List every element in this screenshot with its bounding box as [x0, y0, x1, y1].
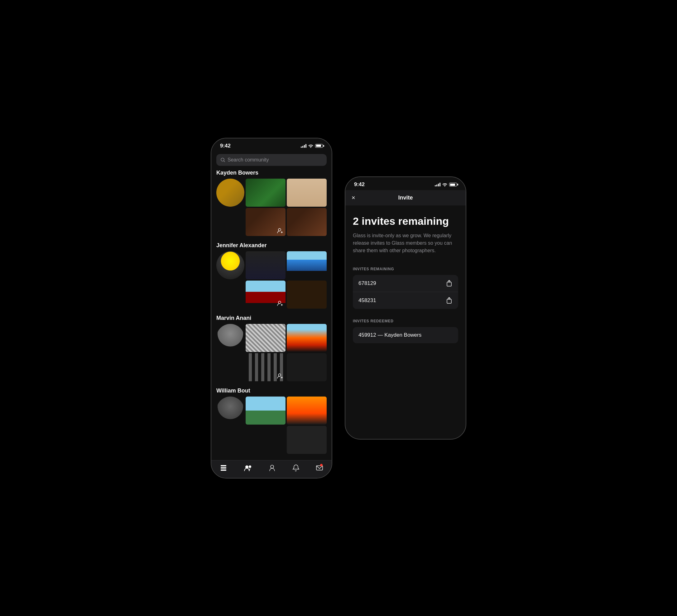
user-name: Kayden Bowers — [216, 170, 327, 176]
redeemed-text: 459912 — Kayden Bowers — [358, 332, 421, 338]
invite-header: × Invite — [345, 190, 466, 206]
avatar — [216, 251, 244, 279]
photo-thumb — [287, 251, 327, 279]
wifi-icon-2 — [442, 183, 447, 186]
photo-thumb — [287, 353, 327, 381]
svg-point-16 — [271, 465, 274, 468]
bottom-nav — [211, 460, 332, 478]
list-item[interactable]: Marvin Anani — [216, 315, 327, 381]
photo-thumb — [287, 324, 327, 352]
user-photos — [216, 324, 327, 381]
status-icons-2 — [435, 183, 457, 186]
status-icons-1 — [301, 144, 323, 148]
list-item[interactable]: William Bout — [216, 388, 327, 454]
profile-icon — [269, 464, 276, 472]
svg-point-8 — [278, 374, 281, 376]
avatar — [216, 397, 244, 425]
svg-rect-18 — [447, 282, 451, 286]
photo-thumb — [287, 397, 327, 425]
invites-heading: 2 invites remaining — [353, 215, 458, 227]
user-photos — [216, 251, 327, 309]
svg-rect-19 — [447, 299, 451, 303]
status-bar-1: 9:42 — [211, 138, 332, 151]
user-name: William Bout — [216, 388, 327, 394]
invite-code: 678129 — [358, 280, 376, 287]
user-photos — [216, 179, 327, 236]
signal-icon-2 — [435, 183, 441, 186]
invite-body: 2 invites remaining Glass is invite-only… — [345, 206, 466, 439]
status-time-2: 9:42 — [354, 181, 365, 188]
status-time-1: 9:42 — [220, 143, 231, 149]
photo-grid — [245, 179, 327, 236]
photo-thumb — [245, 251, 285, 279]
svg-line-1 — [224, 161, 225, 162]
invite-row: 458231 — [353, 292, 458, 309]
follow-icon[interactable] — [277, 372, 284, 380]
battery-icon — [315, 144, 323, 148]
search-bar[interactable]: Search community — [216, 154, 327, 166]
community-icon — [244, 465, 252, 471]
invite-title: Invite — [398, 194, 413, 201]
invite-code: 458231 — [358, 297, 376, 304]
phone-community: 9:42 — [211, 138, 332, 479]
wifi-icon — [308, 144, 313, 148]
svg-point-5 — [278, 301, 281, 304]
user-photos — [216, 397, 327, 454]
nav-item-notifications[interactable] — [292, 464, 299, 472]
photo-thumb — [245, 324, 285, 352]
user-list: Kayden Bowers — [211, 170, 332, 460]
feed-icon — [220, 464, 227, 472]
photo-grid — [245, 324, 327, 381]
battery-icon-2 — [449, 183, 457, 186]
photo-thumb — [287, 426, 327, 454]
invite-row: 678129 — [353, 275, 458, 292]
phone-invite: 9:42 × Invite 2 invites remaining Glas — [345, 176, 466, 440]
list-item[interactable]: Jennifer Alexander — [216, 242, 327, 309]
photo-grid — [245, 397, 327, 454]
list-item[interactable]: Kayden Bowers — [216, 170, 327, 236]
svg-point-15 — [249, 466, 251, 468]
photo-grid — [245, 251, 327, 309]
nav-item-feed[interactable] — [220, 464, 227, 472]
search-placeholder[interactable]: Search community — [228, 157, 269, 163]
bell-icon — [292, 464, 299, 472]
search-bar-container: Search community — [211, 151, 332, 170]
invite-remaining-list: 678129 458231 — [353, 275, 458, 309]
signal-icon — [301, 144, 306, 148]
svg-rect-13 — [221, 470, 226, 471]
photo-thumb — [287, 280, 327, 309]
photo-thumb — [245, 426, 285, 454]
svg-rect-11 — [221, 465, 226, 466]
follow-icon[interactable] — [277, 227, 284, 234]
photo-thumb — [245, 397, 285, 425]
follow-icon[interactable] — [277, 300, 284, 307]
nav-item-community[interactable] — [244, 465, 252, 471]
photo-thumb — [287, 179, 327, 207]
photo-thumb — [245, 280, 285, 309]
svg-point-2 — [278, 228, 281, 231]
photo-thumb — [245, 208, 285, 236]
user-name: Marvin Anani — [216, 315, 327, 321]
close-button[interactable]: × — [352, 194, 355, 202]
share-icon-2[interactable] — [446, 297, 453, 304]
photo-thumb — [245, 179, 285, 207]
invites-description: Glass is invite-only as we grow. We regu… — [353, 232, 458, 254]
status-bar-2: 9:42 — [345, 177, 466, 190]
photo-thumb — [245, 353, 285, 381]
avatar — [216, 179, 244, 207]
photo-thumb — [287, 208, 327, 236]
nav-item-messages[interactable] — [316, 465, 323, 471]
svg-rect-12 — [221, 467, 226, 469]
share-icon[interactable] — [446, 280, 453, 287]
avatar — [216, 324, 244, 352]
search-icon — [221, 158, 225, 162]
redeemed-row: 459912 — Kayden Bowers — [353, 327, 458, 343]
invites-remaining-label: INVITES REMAINING — [353, 267, 458, 271]
invites-redeemed-label: INVITES REDEEMED — [353, 319, 458, 323]
invite-redeemed-list: 459912 — Kayden Bowers — [353, 327, 458, 343]
user-name: Jennifer Alexander — [216, 242, 327, 249]
nav-item-profile[interactable] — [269, 464, 276, 472]
